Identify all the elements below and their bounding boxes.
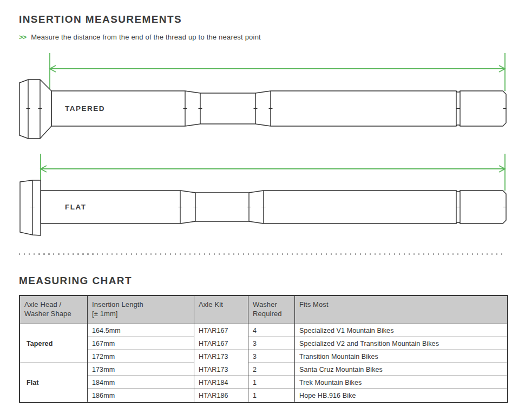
flat-axle-shaft <box>41 191 506 224</box>
flat-axle-head <box>20 180 41 235</box>
washer-required-cell: 3 <box>248 350 295 363</box>
column-header-fits-most: Fits Most <box>295 296 507 324</box>
insertion-measurements-page: INSERTION MEASUREMENTS >> Measure the di… <box>0 0 525 420</box>
table-header-row: Axle Head / Washer Shape Insertion Lengt… <box>20 296 507 324</box>
insertion-length-cell: 167mm <box>88 337 194 350</box>
washer-required-cell: 4 <box>248 324 295 337</box>
table-row: Flat 173mm HTAR173 2 Santa Cruz Mountain… <box>20 363 507 376</box>
axle-kit-cell: HTAR167 <box>194 324 248 337</box>
tapered-axle-shaft <box>51 91 506 126</box>
insertion-length-cell: 172mm <box>88 350 194 363</box>
insertion-length-cell: 186mm <box>88 389 194 402</box>
washer-required-cell: 1 <box>248 376 295 389</box>
instruction-line: >> Measure the distance from the end of … <box>19 33 261 41</box>
axle-kit-cell: HTAR167 <box>194 337 248 350</box>
insertion-length-cell: 164.5mm <box>88 324 194 337</box>
column-header-insertion-length: Insertion Length [± 1mm] <box>88 296 194 324</box>
measuring-chart-table: Axle Head / Washer Shape Insertion Lengt… <box>19 295 508 403</box>
fits-most-cell: Santa Cruz Mountain Bikes <box>295 363 507 376</box>
tapered-axle-head <box>19 80 51 139</box>
double-chevron-icon: >> <box>19 33 26 41</box>
fits-most-cell: Transition Mountain Bikes <box>295 350 507 363</box>
fits-most-cell: Hope HB.916 Bike <box>295 389 507 402</box>
washer-required-cell: 2 <box>248 363 295 376</box>
measuring-chart-title: MEASURING CHART <box>19 275 132 287</box>
axle-kit-cell: HTAR173 <box>194 363 248 376</box>
table-row: 167mm HTAR167 3 Specialized V2 and Trans… <box>20 337 507 350</box>
axle-kit-cell: HTAR186 <box>194 389 248 402</box>
insertion-length-cell: 184mm <box>88 376 194 389</box>
axle-diagrams: TAPERED FLAT <box>0 49 525 249</box>
flat-label: FLAT <box>65 203 87 211</box>
table-row: 184mm HTAR184 1 Trek Mountain Bikes <box>20 376 507 389</box>
column-header-axle-kit: Axle Kit <box>194 296 248 324</box>
washer-required-cell: 1 <box>248 389 295 402</box>
column-header-washer-required: Washer Required <box>248 296 295 324</box>
table-row: Tapered 164.5mm HTAR167 4 Specialized V1… <box>20 324 507 337</box>
axle-kit-cell: HTAR173 <box>194 350 248 363</box>
axle-kit-cell: HTAR184 <box>194 376 248 389</box>
column-header-axle-head: Axle Head / Washer Shape <box>20 296 88 324</box>
instruction-text: Measure the distance from the end of the… <box>31 33 261 41</box>
dotted-divider <box>19 253 506 255</box>
flat-axle-diagram: FLAT <box>20 154 507 235</box>
washer-required-cell: 3 <box>248 337 295 350</box>
table-row: 186mm HTAR186 1 Hope HB.916 Bike <box>20 389 507 402</box>
page-title: INSERTION MEASUREMENTS <box>19 14 182 25</box>
tapered-label: TAPERED <box>65 104 105 113</box>
table-row: 172mm HTAR173 3 Transition Mountain Bike… <box>20 350 507 363</box>
flat-measurement-arrow <box>41 154 505 191</box>
tapered-axle-diagram: TAPERED <box>19 53 507 139</box>
insertion-length-cell: 173mm <box>88 363 194 376</box>
group-label-tapered: Tapered <box>20 324 88 363</box>
fits-most-cell: Specialized V2 and Transition Mountain B… <box>295 337 507 350</box>
tapered-measurement-arrow <box>50 53 505 92</box>
fits-most-cell: Trek Mountain Bikes <box>295 376 507 389</box>
group-label-flat: Flat <box>20 363 88 402</box>
fits-most-cell: Specialized V1 Mountain Bikes <box>295 324 507 337</box>
